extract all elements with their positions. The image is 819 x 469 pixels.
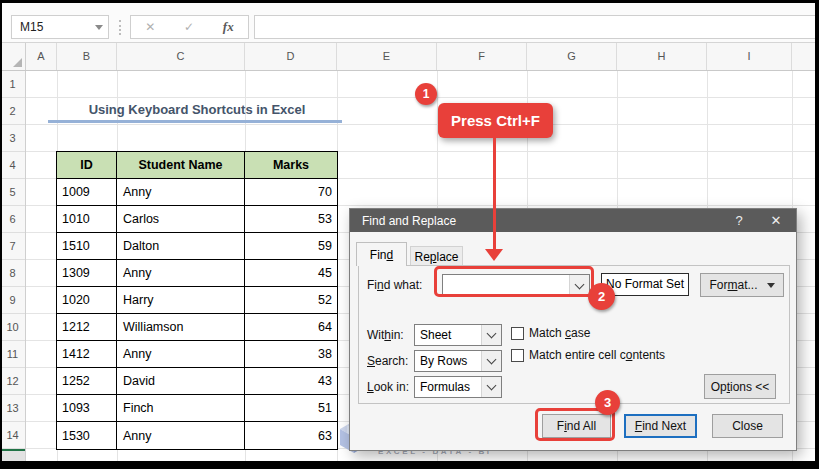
table-cell[interactable]: Carlos — [117, 206, 245, 232]
row-header-8[interactable]: 8 — [0, 260, 25, 287]
label-part: Match entire cell c — [529, 348, 626, 362]
label-part: Re — [414, 250, 429, 264]
tab-replace[interactable]: Replace — [410, 246, 463, 266]
column-header-C[interactable]: C — [117, 43, 245, 70]
insert-function-icon[interactable]: fx — [223, 19, 234, 35]
row-header-6[interactable]: 6 — [0, 206, 25, 233]
options-button[interactable]: Options << — [704, 374, 776, 399]
match-case-checkbox[interactable] — [511, 327, 524, 340]
select-all-button[interactable] — [0, 43, 26, 70]
cancel-icon[interactable]: ✕ — [145, 20, 155, 34]
row-header-2[interactable]: 2 — [0, 98, 25, 125]
label-part: m — [727, 278, 737, 292]
row-header-5[interactable]: 5 — [0, 179, 25, 206]
label-part: p — [430, 250, 437, 264]
row-header-3[interactable]: 3 — [0, 125, 25, 152]
table-cell[interactable]: 53 — [245, 206, 337, 232]
row-header-10[interactable]: 10 — [0, 314, 25, 341]
dialog-title: Find and Replace — [350, 214, 722, 228]
table-cell[interactable]: 64 — [245, 314, 337, 340]
close-button[interactable]: Close — [712, 414, 783, 438]
within-dropdown-button[interactable] — [481, 325, 501, 345]
chevron-down-icon — [95, 25, 103, 30]
table-cell[interactable]: 45 — [245, 260, 337, 286]
search-dropdown[interactable]: By Rows — [414, 350, 502, 372]
enter-icon[interactable]: ✓ — [184, 20, 194, 34]
highlight-find-what — [434, 266, 594, 297]
format-button[interactable]: Format... — [700, 273, 784, 297]
look-in-dropdown-button[interactable] — [481, 377, 501, 397]
help-icon[interactable]: ? — [722, 213, 756, 228]
table-header-cell[interactable]: Student Name — [117, 152, 245, 178]
table-cell[interactable]: Williamson — [117, 314, 245, 340]
column-header-I[interactable]: I — [707, 43, 792, 70]
column-header-A[interactable]: A — [26, 43, 57, 70]
step-badge-3: 3 — [595, 390, 620, 415]
table-cell[interactable]: David — [117, 368, 245, 394]
frame-border — [815, 0, 819, 469]
dialog-title-bar[interactable]: Find and Replace ? ✕ — [350, 209, 796, 232]
table-cell[interactable]: 1510 — [57, 233, 117, 259]
column-header-F[interactable]: F — [437, 43, 527, 70]
table-cell[interactable]: 51 — [245, 395, 337, 421]
column-header-H[interactable]: H — [617, 43, 707, 70]
name-box-dropdown[interactable] — [90, 25, 108, 30]
table-cell[interactable]: 1009 — [57, 179, 117, 205]
search-dropdown-button[interactable] — [481, 351, 501, 371]
table-cell[interactable]: 1020 — [57, 287, 117, 313]
within-dropdown[interactable]: Sheet — [414, 324, 502, 346]
row-header-15-selected[interactable] — [0, 449, 25, 461]
row-header-12[interactable]: 12 — [0, 368, 25, 395]
column-header-G[interactable]: G — [527, 43, 617, 70]
table-cell[interactable]: 43 — [245, 368, 337, 394]
tab-find[interactable]: Find — [356, 242, 407, 266]
table-cell[interactable]: Anny — [117, 260, 245, 286]
label-part: Fi — [367, 278, 377, 292]
table-cell[interactable]: Finch — [117, 395, 245, 421]
find-next-button[interactable]: Find Next — [624, 414, 697, 438]
table-cell[interactable]: Anny — [117, 179, 245, 205]
sheet-title: Using Keyboard Shortcuts in Excel — [57, 98, 337, 122]
formula-input[interactable] — [254, 15, 817, 39]
label-part: in: — [391, 328, 404, 342]
table-cell[interactable]: Anny — [117, 341, 245, 367]
chevron-down-icon — [487, 329, 497, 339]
column-header-B[interactable]: B — [57, 43, 117, 70]
column-header-E[interactable]: E — [337, 43, 437, 70]
label-part: Op — [711, 380, 727, 394]
table-cell[interactable]: 1010 — [57, 206, 117, 232]
table-cell[interactable]: 63 — [245, 422, 337, 449]
close-icon[interactable]: ✕ — [756, 213, 796, 228]
table-cell[interactable]: Harry — [117, 287, 245, 313]
table-cell[interactable]: 1530 — [57, 422, 117, 449]
row-header-9[interactable]: 9 — [0, 287, 25, 314]
row-header-4[interactable]: 4 — [0, 152, 25, 179]
table-cell[interactable]: 1212 — [57, 314, 117, 340]
table-cell[interactable]: Anny — [117, 422, 245, 449]
formula-bar-splitter[interactable] — [119, 20, 121, 35]
row-header-13[interactable]: 13 — [0, 395, 25, 422]
label-part: d what: — [384, 278, 423, 292]
table-cell[interactable]: Dalton — [117, 233, 245, 259]
row-header-7[interactable]: 7 — [0, 233, 25, 260]
table-header-cell[interactable]: ID — [57, 152, 117, 178]
look-in-dropdown[interactable]: Formulas — [414, 376, 502, 398]
table-cell[interactable]: 1252 — [57, 368, 117, 394]
table-header-cell[interactable]: Marks — [245, 152, 337, 178]
row-header-11[interactable]: 11 — [0, 341, 25, 368]
table-cell[interactable]: 70 — [245, 179, 337, 205]
row-header-1[interactable]: 1 — [0, 71, 25, 98]
table-cell[interactable]: 38 — [245, 341, 337, 367]
formula-bar-buttons: ✕ ✓ fx — [130, 15, 249, 39]
table-cell[interactable]: 1412 — [57, 341, 117, 367]
table-cell[interactable]: 59 — [245, 233, 337, 259]
column-header-D[interactable]: D — [245, 43, 337, 70]
dropdown-caret-icon — [767, 283, 775, 288]
table-cell[interactable]: 52 — [245, 287, 337, 313]
name-box[interactable]: M15 — [11, 15, 109, 39]
table-cell[interactable]: 1093 — [57, 395, 117, 421]
match-entire-checkbox[interactable] — [511, 349, 524, 362]
row-header-14[interactable]: 14 — [0, 422, 25, 449]
table-cell[interactable]: 1309 — [57, 260, 117, 286]
search-value: By Rows — [415, 351, 481, 371]
